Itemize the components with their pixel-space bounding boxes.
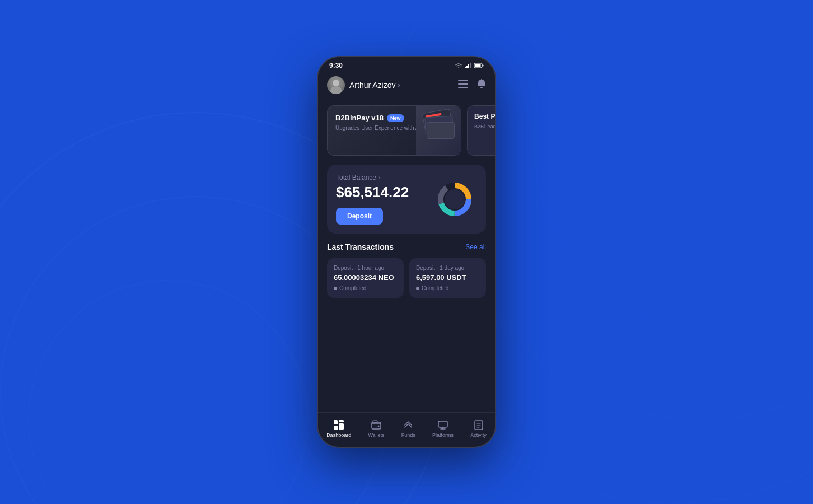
wifi-icon [455,63,462,68]
tx-status-2: Completed [416,285,479,291]
nav-label-activity: Activity [470,432,487,438]
svg-rect-5 [483,65,484,67]
nav-item-activity[interactable]: Activity [466,417,491,440]
svg-rect-2 [468,64,469,68]
svg-rect-11 [334,420,338,424]
transactions-section: Last Transactions See all Deposit · 1 ho… [318,238,495,307]
svg-rect-6 [475,64,481,67]
transactions-header: Last Transactions See all [327,242,486,251]
nav-label-platforms: Platforms [432,432,454,438]
dashboard-icon [333,419,344,431]
banner-section: B2BinPay v18 New Upgrades User Experienc… [318,101,495,160]
phone-frame: 9:30 [317,56,496,448]
svg-rect-13 [339,423,344,430]
see-all-button[interactable]: See all [465,243,486,251]
battery-icon [474,63,484,68]
signal-icon [465,63,471,68]
activity-icon [473,419,484,431]
svg-rect-0 [465,67,466,68]
svg-rect-3 [470,63,471,68]
nav-item-platforms[interactable]: Platforms [428,417,458,440]
card-stack: 0x4f2... 0x8b1... [423,111,454,150]
transaction-card-1[interactable]: Deposit · 1 hour ago 65.00003234 NEO Com… [327,258,404,298]
tx-status-dot-1 [334,287,337,290]
tx-amount-2: 6,597.00 USDT [416,273,479,282]
svg-rect-8 [458,83,468,85]
nav-label-wallets: Wallets [368,432,384,438]
svg-rect-18 [438,421,447,427]
phone-wrapper: 9:30 [317,56,496,448]
balance-label: Total Balance › [336,174,409,181]
menu-icon[interactable] [458,80,468,90]
nav-label-funds: Funds [401,432,415,438]
new-badge: New [387,114,404,122]
svg-rect-1 [466,66,468,68]
user-name: Arthur Azizov [349,81,395,90]
platforms-icon [437,419,448,431]
notification-icon[interactable] [477,79,486,91]
user-info[interactable]: Arthur Azizov › [327,76,400,94]
banner-title-2: Best Pay [474,113,495,122]
svg-point-16 [377,426,379,427]
tx-amount-1: 65.00003234 NEO [334,273,397,282]
nav-item-wallets[interactable]: Wallets [363,417,389,440]
transaction-card-2[interactable]: Deposit · 1 day ago 6,597.00 USDT Comple… [409,258,486,298]
mini-card-3 [427,122,455,139]
balance-amount: $65,514.22 [336,184,409,201]
svg-rect-12 [339,420,344,422]
bottom-nav: Dashboard Wallets Funds [318,412,495,447]
transactions-grid: Deposit · 1 hour ago 65.00003234 NEO Com… [327,258,486,298]
tx-meta-1: Deposit · 1 hour ago [334,265,397,271]
tx-meta-2: Deposit · 1 day ago [416,265,479,271]
svg-rect-7 [458,80,468,81]
user-name-row: Arthur Azizov › [349,81,400,90]
tx-status-dot-2 [416,287,419,290]
nav-item-funds[interactable]: Funds [397,417,420,440]
banner-card-1[interactable]: B2BinPay v18 New Upgrades User Experienc… [327,105,461,156]
svg-rect-9 [458,87,468,88]
transactions-title: Last Transactions [327,242,394,251]
avatar [327,76,345,94]
balance-section: Total Balance › $65,514.22 Deposit [327,165,486,234]
nav-item-dashboard[interactable]: Dashboard [322,417,356,440]
nav-label-dashboard: Dashboard [326,432,351,438]
scroll-content[interactable]: B2BinPay v18 New Upgrades User Experienc… [318,101,495,412]
header: Arthur Azizov › [318,72,495,101]
chevron-balance: › [379,174,381,181]
donut-chart [432,177,477,222]
header-actions [458,79,486,91]
deposit-button[interactable]: Deposit [336,208,383,225]
banner-image-1: 0x4f2... 0x8b1... [416,106,461,155]
svg-rect-15 [372,422,381,429]
status-bar: 9:30 [318,57,495,72]
funds-icon [403,419,414,431]
svg-rect-14 [334,426,338,430]
donut-inner [445,189,465,209]
balance-left: Total Balance › $65,514.22 Deposit [336,174,409,225]
avatar-image [327,76,345,94]
banner-desc-2: B2Bi leading [474,124,495,129]
status-icons [455,63,484,68]
status-time: 9:30 [329,62,343,69]
chevron-icon: › [398,81,400,89]
banner-card-2[interactable]: Best Pay B2Bi leading [467,105,495,156]
svg-rect-17 [373,421,377,422]
tx-status-1: Completed [334,285,397,291]
wallets-icon [371,419,382,431]
